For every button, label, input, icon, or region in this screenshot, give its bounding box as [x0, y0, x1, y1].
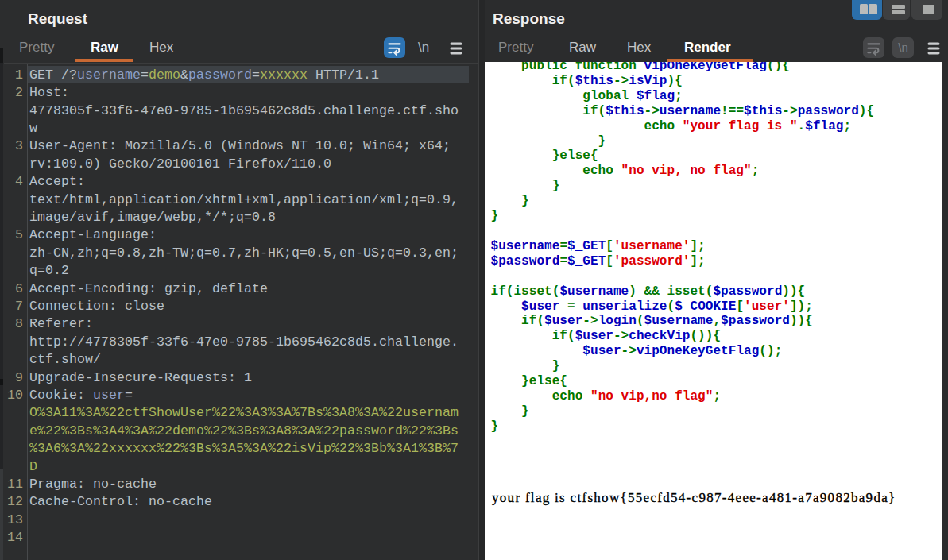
svg-text:\n: \n [898, 41, 908, 54]
